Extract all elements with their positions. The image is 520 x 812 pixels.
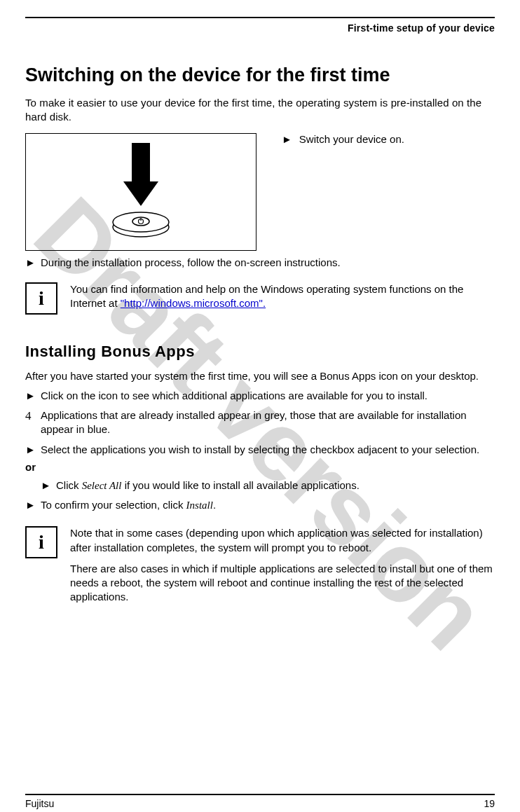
info-paragraph-1: Note that in some cases (depending upon … [70, 526, 495, 555]
figure-power-button [25, 133, 256, 251]
power-press-illustration [102, 143, 179, 241]
step-confirm-install: ► To confirm your selection, click Insta… [25, 498, 495, 512]
info-reboot-note: Note that in some cases (depending upon … [70, 526, 495, 604]
heading-switching-on: Switching on the device for the first ti… [25, 64, 495, 86]
footer-rule [25, 794, 495, 795]
info-icon: i [25, 282, 57, 315]
svg-marker-1 [123, 181, 158, 206]
intro-paragraph: To make it easier to use your device for… [25, 96, 495, 125]
footer-brand: Fujitsu [25, 798, 54, 809]
step-text: Click Select All if you would like to in… [56, 479, 360, 493]
info-paragraph-2: There are also cases in which if multipl… [70, 562, 495, 605]
info-icon: i [25, 526, 57, 558]
step-marker-icon: ► [25, 498, 41, 512]
running-header: First-time setup of your device [25, 22, 495, 34]
windows-help-link[interactable]: "http://windows.microsoft.com". [121, 297, 266, 309]
step-select-all: ► Click Select All if you would like to … [25, 479, 495, 493]
step-marker-icon: ► [25, 389, 41, 403]
step-marker-icon: ► [41, 479, 56, 493]
step-text: During the installation process, follow … [41, 256, 341, 268]
step-switch-on: ► Switch your device on. [282, 133, 404, 145]
step-text: Switch your device on. [299, 133, 404, 145]
text-post: if you would like to install all availab… [121, 479, 359, 491]
step-text: Select the applications you wish to inst… [41, 443, 479, 457]
result-text: Applications that are already installed … [41, 408, 495, 437]
step-text: To confirm your selection, click Install… [41, 498, 216, 512]
svg-rect-0 [132, 143, 150, 181]
page-footer: Fujitsu 19 [25, 794, 495, 809]
heading-bonus-apps: Installing Bonus Apps [25, 343, 495, 361]
header-rule [25, 17, 495, 18]
result-grey-blue: 4 Applications that are already installe… [25, 408, 495, 437]
step-marker-icon: ► [25, 443, 41, 457]
step-marker-icon: ► [25, 256, 41, 268]
step-select-apps: ► Select the applications you wish to in… [25, 443, 495, 457]
text-pre: To confirm your selection, click [41, 499, 186, 511]
step-follow-instructions: ► During the installation process, follo… [25, 256, 495, 268]
step-text: Click on the icon to see which additiona… [41, 389, 427, 403]
text-post: . [213, 499, 216, 511]
footer-page-number: 19 [484, 798, 495, 809]
or-label: or [25, 461, 495, 473]
text-pre: Click [56, 479, 82, 491]
info-windows-help: You can find information and help on the… [70, 282, 495, 311]
text-emphasis: Select All [82, 480, 122, 491]
text-emphasis: Install [186, 500, 213, 511]
step-click-icon: ► Click on the icon to see which additio… [25, 389, 495, 403]
result-marker: 4 [25, 408, 41, 425]
bonus-apps-intro: After you have started your system the f… [25, 369, 495, 383]
step-marker-icon: ► [282, 133, 292, 145]
